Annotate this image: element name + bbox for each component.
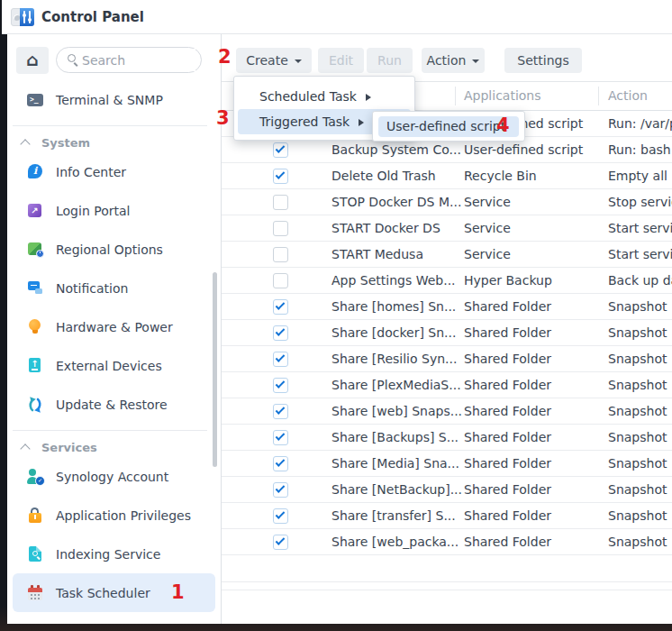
- sidebar-item-label: Login Portal: [56, 204, 130, 218]
- row-checkbox[interactable]: [273, 535, 288, 550]
- table-row[interactable]: Share [Backups] S... Shared Folder Snaps…: [222, 425, 672, 451]
- check-icon: [276, 352, 286, 362]
- settings-button[interactable]: Settings: [504, 48, 582, 73]
- row-checkbox[interactable]: [273, 221, 288, 236]
- action-button[interactable]: Action: [422, 48, 485, 73]
- cell-action: Snapshot: [608, 535, 672, 549]
- table-row[interactable]: App Settings Web... Hyper Backup Back up…: [222, 268, 672, 294]
- home-button[interactable]: ⌂: [16, 47, 49, 74]
- desktop-wallpaper: Control Panel ⌂ >_ Terminal & SNMP Syste…: [0, 0, 672, 631]
- sidebar-item-synology-account[interactable]: ✓ Synology Account: [13, 457, 215, 496]
- table-empty-separator: [222, 590, 672, 590]
- sidebar-item-notification[interactable]: Notification: [13, 269, 215, 307]
- table-row[interactable]: Share [homes] Sn... Shared Folder Snapsh…: [222, 294, 672, 320]
- column-header-action[interactable]: Action: [608, 88, 648, 103]
- sidebar-item-indexing-service[interactable]: Indexing Service: [13, 535, 215, 573]
- row-checkbox[interactable]: [273, 404, 288, 419]
- sidebar-item-terminal-snmp[interactable]: >_ Terminal & SNMP: [13, 80, 215, 119]
- sidebar-item-label: External Devices: [56, 359, 162, 373]
- window-title: Control Panel: [41, 9, 144, 25]
- chevron-up-icon: [20, 444, 30, 453]
- home-icon: ⌂: [26, 50, 39, 69]
- cell-action: Start servic: [608, 221, 672, 235]
- sidebar-section-services[interactable]: Services: [7, 437, 221, 457]
- sidebar-item-info-center[interactable]: i Info Center: [13, 152, 215, 191]
- sidebar-item-update-restore[interactable]: Update & Restore: [13, 385, 215, 424]
- cell-action: Stop servic: [608, 195, 672, 209]
- cell-action: Empty all R: [608, 169, 672, 183]
- cell-task-name: Share [Backups] S...: [331, 430, 459, 444]
- table-row[interactable]: Share [Media] Sna... Shared Folder Snaps…: [222, 451, 672, 477]
- regional-options-icon: [25, 240, 45, 260]
- terminal-icon: >_: [25, 90, 45, 110]
- control-panel-app-icon: [11, 7, 34, 27]
- table-row[interactable]: Share [web] Snaps... Shared Folder Snaps…: [222, 398, 672, 425]
- sidebar-item-external-devices[interactable]: ↑ External Devices: [13, 346, 215, 385]
- table-row[interactable]: STOP Docker DS M... Service Stop servic: [222, 189, 672, 215]
- table-row[interactable]: Share [PlexMediaS... Shared Folder Snaps…: [222, 372, 672, 398]
- table-row[interactable]: Delete Old Trash Recycle Bin Empty all R: [222, 163, 672, 189]
- cell-action: Snapshot: [608, 482, 672, 497]
- button-label: Action: [427, 53, 467, 68]
- table-row[interactable]: Share [NetBackup]... Shared Folder Snaps…: [222, 477, 672, 503]
- row-checkbox[interactable]: [273, 508, 288, 524]
- menu-item-scheduled-task[interactable]: Scheduled Task: [238, 84, 411, 109]
- cell-application: Recycle Bin: [464, 169, 537, 183]
- table-row[interactable]: Share [docker] Sn... Shared Folder Snaps…: [222, 320, 672, 346]
- table-row[interactable]: START Docker DS Service Start servic: [222, 215, 672, 242]
- window-titlebar: Control Panel: [2, 0, 672, 34]
- cell-application: Shared Folder: [464, 352, 551, 366]
- table-row[interactable]: START Medusa Service Start servic: [222, 242, 672, 268]
- row-checkbox[interactable]: [273, 299, 288, 315]
- sidebar-item-label: Application Privileges: [56, 508, 191, 523]
- check-icon: [276, 483, 286, 493]
- sidebar-item-hardware-power[interactable]: Hardware & Power: [13, 307, 215, 346]
- row-checkbox[interactable]: [273, 352, 288, 367]
- row-checkbox[interactable]: [273, 430, 288, 445]
- check-icon: [276, 300, 286, 310]
- sidebar-item-regional-options[interactable]: Regional Options: [13, 230, 215, 269]
- row-checkbox[interactable]: [273, 325, 288, 341]
- run-button[interactable]: Run: [367, 48, 413, 73]
- cell-application: Shared Folder: [464, 482, 551, 497]
- cell-application: User-defined script: [464, 142, 583, 157]
- task-scheduler-icon: [25, 583, 45, 603]
- cell-action: Snapshot: [608, 325, 672, 340]
- menu-item-label: Scheduled Task: [259, 89, 357, 104]
- check-icon: [276, 169, 286, 179]
- column-header-applications[interactable]: Applications: [464, 88, 541, 103]
- row-checkbox[interactable]: [273, 169, 288, 184]
- cell-action: Start servic: [608, 247, 672, 261]
- row-checkbox[interactable]: [273, 378, 288, 393]
- sidebar-section-system[interactable]: System: [7, 133, 221, 152]
- check-icon: [276, 535, 286, 545]
- task-table: Applications Action User-defined script …: [222, 81, 672, 624]
- annotation-step-3: 3: [216, 109, 230, 128]
- annotation-step-2: 2: [218, 48, 232, 67]
- cell-task-name: Share [web] Snaps...: [331, 404, 462, 418]
- table-row[interactable]: Share [transfer] S... Shared Folder Snap…: [222, 503, 672, 529]
- row-checkbox[interactable]: [273, 273, 288, 288]
- table-row[interactable]: Share [Resilio Syn... Shared Folder Snap…: [222, 346, 672, 372]
- cell-action: Snapshot: [608, 508, 672, 523]
- cell-application: Shared Folder: [464, 430, 551, 444]
- edit-button[interactable]: Edit: [318, 48, 364, 73]
- create-button[interactable]: Create: [236, 48, 312, 73]
- row-checkbox[interactable]: [273, 456, 288, 471]
- sidebar-scrollbar[interactable]: [213, 272, 217, 467]
- sidebar-item-label: Indexing Service: [56, 547, 160, 562]
- sidebar-item-task-scheduler[interactable]: Task Scheduler: [13, 573, 215, 612]
- cell-task-name: Delete Old Trash: [331, 169, 436, 183]
- sidebar-item-label: Info Center: [56, 165, 126, 179]
- row-checkbox[interactable]: [273, 142, 288, 158]
- row-checkbox[interactable]: [273, 195, 288, 210]
- cell-application: Service: [464, 221, 511, 235]
- search-input[interactable]: [82, 49, 195, 71]
- sidebar-item-login-portal[interactable]: ↗ Login Portal: [13, 191, 215, 230]
- application-privileges-icon: [25, 506, 45, 526]
- sidebar: ⌂ >_ Terminal & SNMP System i Info Cente…: [7, 34, 221, 624]
- row-checkbox[interactable]: [273, 247, 288, 262]
- row-checkbox[interactable]: [273, 482, 288, 498]
- table-row[interactable]: Share [web_packa... Shared Folder Snapsh…: [222, 529, 672, 555]
- sidebar-item-application-privileges[interactable]: Application Privileges: [13, 496, 215, 535]
